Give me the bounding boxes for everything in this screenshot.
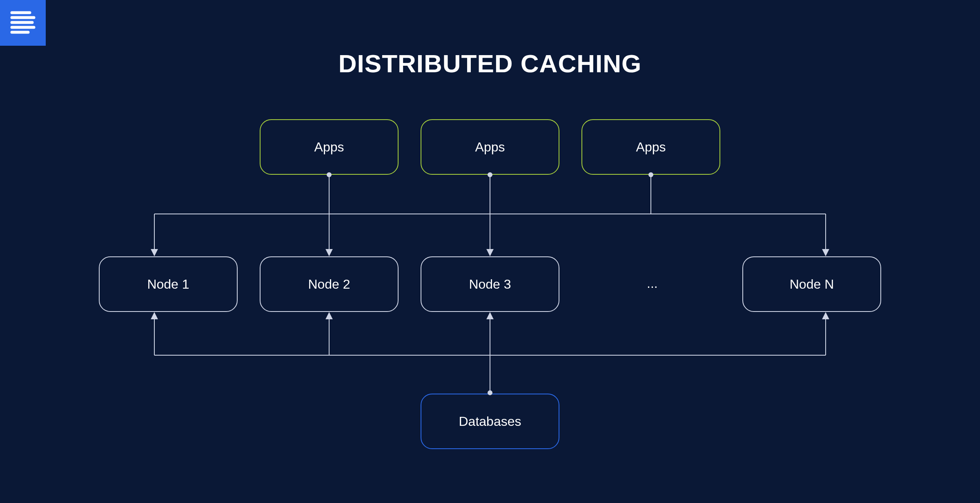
apps-box-1: Apps [260,119,399,175]
apps-box-2: Apps [421,119,559,175]
apps-box-3: Apps [581,119,720,175]
logo-badge [0,0,46,46]
node-label: Node N [790,277,834,292]
node-box-2: Node 2 [260,256,399,312]
diagram-title: DISTRIBUTED CACHING [0,49,980,78]
database-label: Databases [459,414,521,429]
apps-label: Apps [636,140,666,155]
node-label: Node 1 [147,277,189,292]
nodes-ellipsis: ... [647,276,658,291]
database-box: Databases [421,394,559,449]
node-label: Node 3 [469,277,511,292]
node-box-n: Node N [742,256,881,312]
node-box-1: Node 1 [99,256,238,312]
apps-label: Apps [475,140,505,155]
apps-label: Apps [314,140,344,155]
lines-icon [9,9,37,37]
node-box-3: Node 3 [421,256,559,312]
node-label: Node 2 [308,277,350,292]
